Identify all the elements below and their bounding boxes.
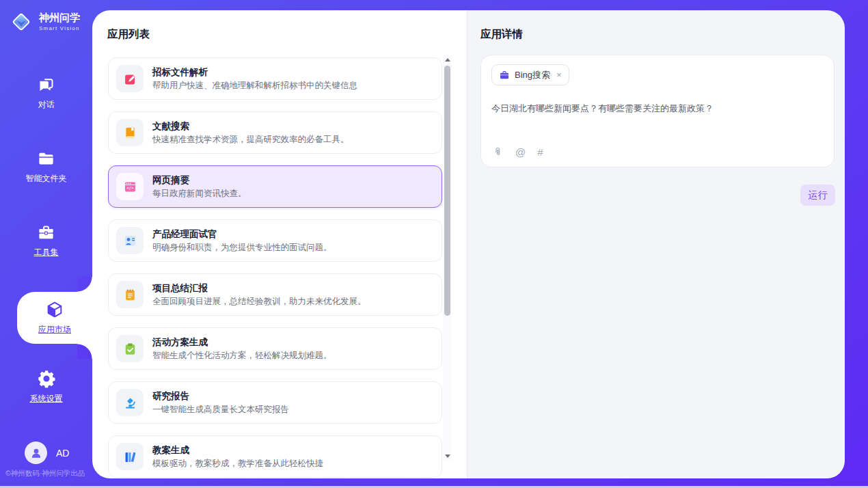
app-card-desc: 全面回顾项目进展，总结经验教训，助力未来优化发展。 [152,297,366,306]
user-account[interactable]: AD [25,442,69,464]
webpage-icon: </> [116,173,144,200]
brand-subtitle: Smart Vision [39,25,80,31]
sidebar-item-label: 系统设置 [30,393,63,405]
tool-chip-bing-search[interactable]: Bing搜索 × [491,64,569,85]
notepad-icon [116,281,144,308]
svg-text:</>: </> [126,186,134,190]
app-card[interactable]: 招标文件解析帮助用户快速、准确地理解和解析招标书中的关键信息 [108,57,442,100]
app-card[interactable]: 文献搜索快速精准查找学术资源，提高研究效率的必备工具。 [108,111,442,154]
person-icon [29,446,43,460]
app-card-desc: 快速精准查找学术资源，提高研究效率的必备工具。 [152,135,349,144]
app-card-desc: 智能生成个性化活动方案，轻松解决规划难题。 [152,351,332,360]
hash-icon[interactable]: # [537,147,543,157]
app-card-desc: 一键智能生成高质量长文本研究报告 [152,405,289,414]
sidebar: 神州问学 Smart Vision 对话智能文件夹工具集应用市场系统设置 AD … [0,0,92,488]
paperclip-icon[interactable] [492,146,504,158]
sidebar-item-label: 智能文件夹 [26,173,67,185]
diamond-icon [9,10,33,34]
app-card-title: 网页摘要 [152,176,247,185]
app-list-title: 应用列表 [107,27,150,42]
sidebar-item-folders[interactable]: 智能文件夹 [0,148,92,186]
app-list: 招标文件解析帮助用户快速、准确地理解和解析招标书中的关键信息文献搜索快速精准查找… [108,57,442,478]
run-button[interactable]: 运行 [800,185,835,206]
clipboard-check-icon [116,335,144,362]
sidebar-item-settings[interactable]: 系统设置 [0,368,92,406]
sidebar-item-chat[interactable]: 对话 [0,74,92,112]
sidebar-item-label: 工具集 [34,247,59,258]
tool-chip-label: Bing搜索 [515,69,550,81]
app-card-title: 教案生成 [152,446,323,455]
app-list-panel: 应用列表 招标文件解析帮助用户快速、准确地理解和解析招标书中的关键信息文献搜索快… [92,10,467,478]
scrollbar-thumb[interactable] [444,66,450,316]
app-card-desc: 每日政府新闻资讯快查。 [152,189,247,198]
app-card[interactable]: 研究报告一键智能生成高质量长文本研究报告 [108,381,442,424]
cube-icon [45,300,64,319]
user-initials: AD [56,448,69,459]
interviewer-icon [116,227,144,254]
app-card-title: 产品经理面试官 [152,230,332,239]
input-toolbar: @# [492,146,543,158]
app-card-title: 项目总结汇报 [152,284,366,293]
app-card-desc: 模板驱动，教案秒成，教学准备从此轻松快捷 [152,459,323,468]
app-card-title: 文献搜索 [152,122,349,131]
sidebar-item-market[interactable]: 应用市场 [17,292,92,344]
brand-logo: 神州问学 Smart Vision [9,10,80,34]
app-card-desc: 帮助用户快速、准确地理解和解析招标书中的关键信息 [152,81,357,90]
toolbox-icon [37,223,55,242]
app-card[interactable]: 活动方案生成智能生成个性化活动方案，轻松解决规划难题。 [108,327,442,370]
book-icon [116,119,144,146]
app-card-title: 研究报告 [152,392,289,401]
app-card[interactable]: 教案生成模板驱动，教案秒成，教学准备从此轻松快捷 [108,435,442,478]
app-card-title: 招标文件解析 [152,68,357,77]
chat-icon [37,76,55,94]
prompt-input-card[interactable]: Bing搜索 × 今日湖北有哪些新闻要点？有哪些需要关注的最新政策？ @# [480,55,835,167]
scroll-down-button[interactable] [443,452,452,461]
app-detail-title: 应用详情 [480,27,523,42]
app-card-title: 活动方案生成 [152,338,332,347]
sidebar-item-label: 对话 [38,99,55,111]
content-shell: 应用列表 招标文件解析帮助用户快速、准确地理解和解析招标书中的关键信息文献搜索快… [92,10,845,478]
gear-icon [37,369,56,388]
edit-icon [116,65,144,92]
triangle-down-icon [445,455,450,458]
scrollbar[interactable] [443,55,452,461]
avatar [25,442,47,464]
books-icon [116,443,144,470]
app-card[interactable]: 产品经理面试官明确身份和职责，为您提供专业性的面试问题。 [108,219,442,262]
sidebar-item-label: 应用市场 [38,324,71,336]
at-icon[interactable]: @ [515,147,526,157]
brand-name: 神州问学 [39,12,80,24]
app-card-desc: 明确身份和职责，为您提供专业性的面试问题。 [152,243,332,252]
close-icon[interactable]: × [556,70,562,79]
folder-icon [37,150,55,168]
scroll-up-button[interactable] [443,55,452,64]
microscope-icon [116,389,144,416]
briefcase-icon [499,70,510,81]
app-detail-panel: 应用详情 Bing搜索 × 今日湖北有哪些新闻要点？有哪些需要关注的最新政策？ … [467,10,845,478]
app-card[interactable]: 项目总结汇报全面回顾项目进展，总结经验教训，助力未来优化发展。 [108,273,442,316]
app-card[interactable]: </>网页摘要每日政府新闻资讯快查。 [108,165,442,208]
prompt-input-text[interactable]: 今日湖北有哪些新闻要点？有哪些需要关注的最新政策？ [491,103,824,115]
sidebar-item-tools[interactable]: 工具集 [0,221,92,260]
copyright-text: ©神州数码·神州问学出品 [5,469,85,478]
triangle-up-icon [445,58,450,62]
